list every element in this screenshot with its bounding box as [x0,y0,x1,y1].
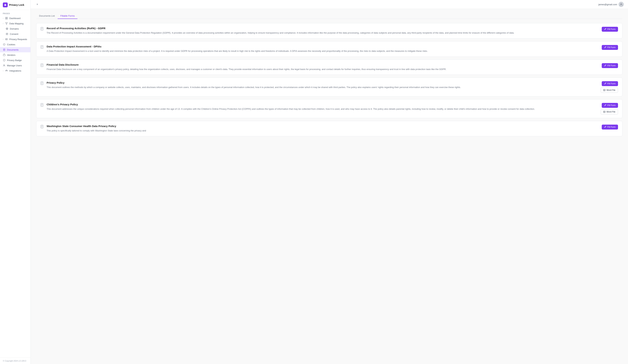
doc-desc: This policy is specifically tailored to … [47,129,599,133]
sidebar-item-privacy-badge[interactable]: Privacy Badge [0,58,30,63]
svg-point-30 [4,64,4,65]
svg-rect-0 [5,17,6,18]
fill-form-button[interactable]: Fill Form [602,63,618,68]
svg-point-35 [621,3,622,4]
doc-desc: The Record of Processing Activities is a… [47,31,599,35]
doc-title: Financial Data Disclosure [47,63,599,66]
app-logo-icon [3,2,8,7]
user-email: james@gmail.com [598,3,617,6]
fill-form-button[interactable]: Fill Form [602,124,618,129]
sidebar-item-vendors[interactable]: Vendors [0,52,30,58]
pages-label: Pages [0,10,30,16]
sidebar-item-label: Consent [10,33,18,35]
sidebar-item-domains[interactable]: Domains [0,26,30,31]
doc-card-body: Financial Data Disclosure Financial Data… [47,63,599,71]
sidebar-item-label: Data Mapping [9,22,23,25]
sidebar-item-label: Privacy Badge [7,59,22,61]
doc-card-dpia: Data Protection Impact Assessment - DPIA… [36,41,623,57]
fill-form-button[interactable]: Fill Form [602,45,618,50]
data-mapping-icon [5,22,8,25]
svg-point-24 [4,45,4,45]
privacy-requests-icon [5,38,8,41]
doc-card-body: Data Protection Impact Assessment - DPIA… [47,45,599,53]
sidebar-item-label: Dashboard [9,17,20,20]
sidebar-item-integrations[interactable]: › Integrations [0,68,30,73]
svg-line-9 [6,23,7,24]
doc-card-privacy-policy: Privacy Policy This document outlines th… [36,77,623,96]
sidebar-item-consent[interactable]: Consent [0,31,30,37]
svg-point-4 [5,23,6,23]
vendors-icon [3,54,5,56]
sidebar-item-cookies[interactable]: Cookies [0,42,30,47]
chevron-icon: › [3,38,3,40]
sidebar-item-label: Vendors [7,54,15,56]
sidebar-item-documents[interactable]: Documents [0,47,30,52]
svg-rect-29 [3,55,5,56]
domains-icon [5,27,8,30]
fill-form-button[interactable]: Fill Form [602,27,618,32]
sidebar-footer: © Copyright 2024 v.0.109.0 [0,358,30,364]
doc-desc: A Data Protection Impact Assessment is a… [47,49,599,53]
doc-title: Record of Processing Activities (RoPA) -… [47,27,599,30]
consent-icon [5,33,8,35]
fill-form-button[interactable]: Fill Form [602,81,618,86]
doc-title: Data Protection Impact Assessment - DPIA… [47,45,599,48]
svg-rect-2 [5,18,6,19]
chevron-icon: › [3,17,3,19]
svg-point-5 [7,23,7,23]
word-file-button[interactable]: Word File [601,87,618,93]
sidebar-item-dashboard[interactable]: › Dashboard [0,16,30,21]
svg-point-22 [4,44,4,45]
sidebar-item-label: Domains [10,27,19,30]
tab-fillable-forms[interactable]: Fillable Forms [58,13,78,19]
sidebar-item-label: Manage Users [7,64,22,67]
manage-users-icon [3,64,5,67]
tab-documents-list[interactable]: Documents List [36,13,58,19]
dashboard-icon [5,17,8,20]
fill-form-button[interactable]: Fill Form [602,103,618,108]
doc-card-childrens: Children's Privacy Policy This document … [36,99,623,118]
doc-card-ropa: Record of Processing Activities (RoPA) -… [36,23,623,39]
topbar: × james@gmail.com [31,0,628,9]
doc-icon [41,82,44,86]
doc-card-body: Children's Privacy Policy This document … [47,103,598,111]
doc-actions: Fill Form [602,124,618,129]
doc-icon [41,103,44,108]
tabs: Documents List Fillable Forms [36,13,623,19]
copyright-text: © Copyright 2024 v.0.109.0 [3,360,26,362]
doc-card-financial: Financial Data Disclosure Financial Data… [36,60,623,75]
doc-actions: Fill Form [602,27,618,32]
avatar[interactable] [619,2,624,7]
sidebar-item-manage-users[interactable]: Manage Users [0,63,30,68]
chevron-icon: › [3,23,3,24]
close-button[interactable]: × [35,2,40,7]
svg-point-23 [4,44,4,44]
doc-title: Privacy Policy [47,81,598,84]
sidebar-item-privacy-requests[interactable]: › Privacy Requests [0,37,30,42]
user-info: james@gmail.com [598,2,624,7]
doc-desc: This document outlines the methods by wh… [47,86,598,89]
sidebar-item-label: Documents [7,49,19,51]
doc-icon [41,27,44,32]
doc-actions: Fill Form [602,45,618,50]
sidebar-item-label: Privacy Requests [9,38,27,41]
close-icon: × [36,3,38,6]
svg-point-21 [3,44,5,46]
doc-desc: This document addresses the unique consi… [47,107,598,111]
privacy-badge-icon [3,59,5,61]
chevron-icon: › [3,70,3,72]
doc-card-body: Washington State Consumer Health Data Pr… [47,124,599,133]
doc-card-washington: Washington State Consumer Health Data Pr… [36,121,623,136]
content-area: Documents List Fillable Forms Record of … [31,9,628,364]
sidebar-item-label: Integrations [9,69,21,72]
sidebar-item-data-mapping[interactable]: › Data Mapping [0,21,30,26]
doc-icon [41,45,44,50]
svg-rect-31 [5,70,6,71]
svg-rect-3 [7,18,7,19]
svg-point-34 [6,70,7,70]
doc-card-body: Record of Processing Activities (RoPA) -… [47,27,599,35]
doc-card-body: Privacy Policy This document outlines th… [47,81,598,89]
svg-rect-32 [7,70,7,71]
word-file-button[interactable]: Word File [601,109,618,115]
sidebar-item-label: Cookies [7,43,15,46]
